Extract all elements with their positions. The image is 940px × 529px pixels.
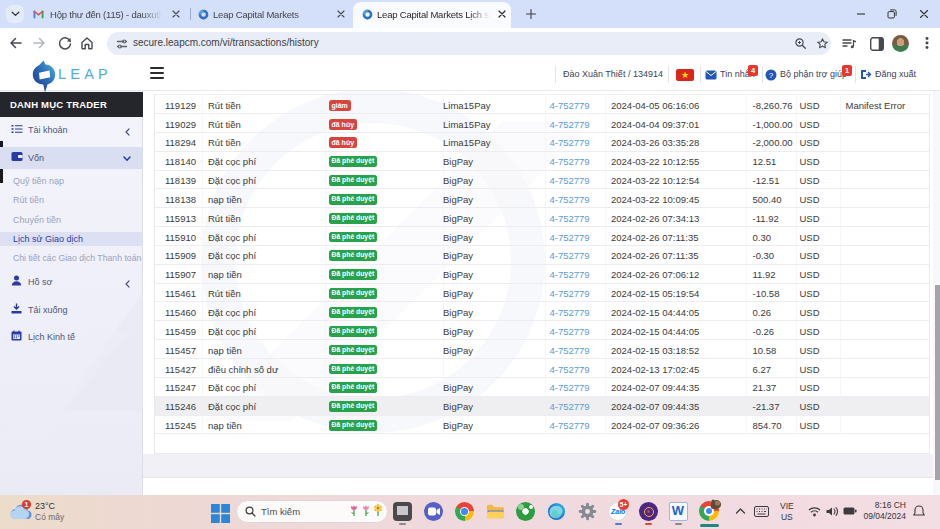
svg-text:?: ? <box>769 71 774 80</box>
svg-text:1: 1 <box>25 501 29 508</box>
